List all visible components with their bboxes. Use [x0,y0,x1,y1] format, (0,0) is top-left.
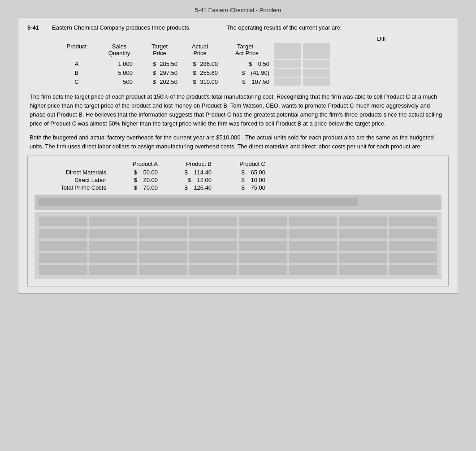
dm-c-val: 65.00 [251,169,265,176]
blurred-continuation [35,195,441,210]
dm-a-sym: $ [134,169,137,176]
operating-results-section: Diff Product Sales Quantity Target Price… [54,35,449,86]
total-prime-label: Total Prime Costs [35,184,111,191]
problem-header: 5-41 Eastern Chemical Company produces t… [27,24,449,31]
dm-c-sym: $ [242,169,245,176]
cost-table-section: Product A Product B Product C Direct Mat… [27,156,449,286]
narrative-2: Both the budgeted and actual factory ove… [30,133,446,151]
product-b-qty: 5,000 [99,69,139,76]
dl-c-val: 10.00 [251,177,265,183]
product-a-target: 285.50 [160,61,177,67]
cost-col-headers: Product A Product B Product C [111,160,441,167]
product-c-label: C [54,78,99,85]
product-b-target-sym: $ [152,69,156,76]
tp-c-sym: $ [242,184,245,191]
product-rows: A 1,000 $ 285.50 $ 286.00 $ 0.50 [54,60,449,86]
dl-a-sym: $ [134,177,137,183]
dm-b-sym: $ [184,169,187,176]
col-product-header: Product [54,43,99,50]
product-b-actual: 255.60 [200,69,218,76]
col-actual-price-header: Actual Price [180,43,220,56]
dm-b-val: 114.40 [194,169,212,176]
dl-a-val: 20.00 [143,177,158,183]
product-a-target-sym: $ [152,61,156,67]
cost-row-total-prime: Total Prime Costs $ 70.00 $ 126.40 $ 75.… [35,184,441,191]
direct-materials-label: Direct Materials [35,169,111,176]
product-row-c: C 500 $ 202.50 $ 310.00 $ 107.50 [54,78,449,86]
cost-row-direct-materials: Direct Materials $ 50.00 $ 114.40 $ 65.0… [35,169,441,176]
narrative-1: The firm sets the target price of each p… [30,92,446,129]
col-diff-header: Target - Act Price [220,43,274,56]
product-c-diff-sym: $ [242,78,245,85]
product-a-qty: 1,000 [99,61,139,67]
product-a-label: A [54,61,99,67]
product-c-target-sym: $ [152,78,156,85]
dm-a-val: 50.00 [143,169,158,176]
product-b-target: 297.50 [160,69,177,76]
main-content: 5-41 Eastern Chemical Company produces t… [18,17,458,294]
problem-number: 5-41 [27,24,43,31]
product-c-diff: 107.50 [251,78,269,85]
col-quantity-header: Sales Quantity [99,43,139,56]
product-row-a: A 1,000 $ 285.50 $ 286.00 $ 0.50 [54,60,449,68]
product-c-qty: 500 [99,78,139,85]
product-b-actual-sym: $ [193,69,196,76]
product-b-diff-sym: $ [242,69,245,76]
blurred-bottom-section [35,212,441,279]
dl-b-val: 12.00 [197,177,212,183]
product-row-b: B 5,000 $ 297.50 $ 255.60 $ (41.90) [54,69,449,77]
cost-col-b-header: Product B [164,160,218,167]
col-target-price-header: Target Price [139,43,180,56]
cost-row-direct-labor: Direct Labor $ 20.00 $ 12.00 $ 10.00 [35,177,441,183]
tp-b-val: 126.40 [194,184,212,191]
product-c-actual-sym: $ [193,78,196,85]
product-a-actual-sym: $ [193,61,196,67]
product-a-actual: 286.00 [200,61,218,67]
tp-b-sym: $ [184,184,187,191]
tp-a-val: 70.00 [143,184,158,191]
dl-c-sym: $ [242,177,245,183]
product-b-label: B [54,69,99,76]
direct-labor-label: Direct Labor [35,177,111,183]
product-c-actual: 310.00 [200,78,218,85]
tp-a-sym: $ [134,184,137,191]
tp-c-val: 75.00 [251,184,265,191]
page-title: 5-41 Eastern Chemical - Problem [0,0,476,17]
problem-description: Eastern Chemical Company produces three … [52,24,190,31]
cost-col-c-header: Product C [218,160,272,167]
product-b-diff: (41.90) [251,69,269,76]
product-a-diff: 0.50 [258,61,269,67]
diff-header: Diff [368,35,395,42]
operating-label: The operating results of the current yea… [226,24,342,31]
product-c-target: 202.50 [160,78,177,85]
cost-col-a-header: Product A [111,160,164,167]
product-a-diff-sym: $ [249,61,252,67]
dl-b-sym: $ [188,177,191,183]
